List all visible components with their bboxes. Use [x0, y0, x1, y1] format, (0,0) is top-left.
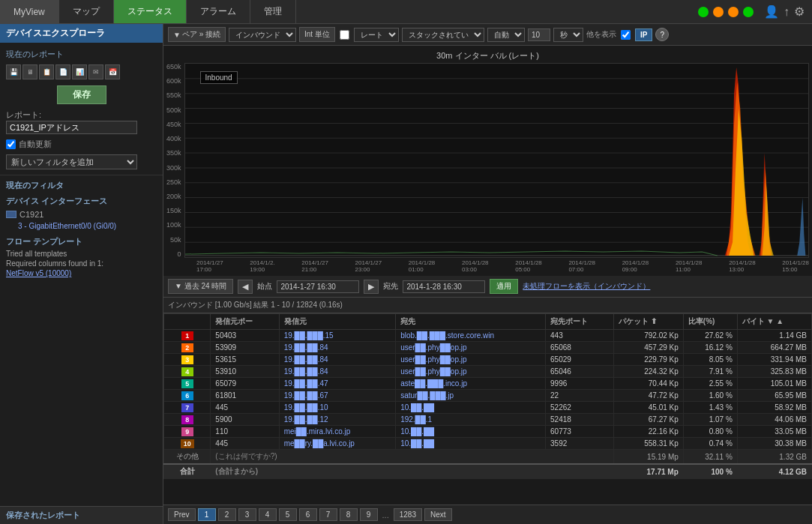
col-dst[interactable]: 宛先	[396, 314, 546, 330]
pagination: Prev 1 2 3 4 5 6 7 8 9 ... 1283 Next	[163, 505, 812, 524]
value-input[interactable]	[528, 28, 550, 41]
row-packets: 67.27 Kp	[614, 414, 683, 426]
device-item: C1921	[0, 208, 163, 220]
time-range-bar: ▼ 過去 24 時間 ◀ 始点 ▶ 宛先 適用 未処理フローを表示（インバウンド…	[163, 276, 812, 298]
report-input[interactable]	[6, 121, 137, 134]
page-2-button[interactable]: 2	[218, 508, 236, 521]
row-ratio: 1.07 %	[683, 414, 737, 426]
page-5-button[interactable]: 5	[279, 508, 297, 521]
unit-btn[interactable]: Int 単位	[299, 27, 335, 42]
icon-btn-5[interactable]: 📊	[72, 64, 87, 79]
col-src-port[interactable]: 発信元ポー	[211, 314, 279, 330]
icon-btn-2[interactable]: 🖥	[22, 64, 37, 79]
status-dot-2	[713, 7, 724, 17]
row-src-port: 445	[211, 402, 279, 414]
icon-btn-7[interactable]: 📅	[105, 64, 120, 79]
row-dst: user██.phy██op.jp	[396, 342, 546, 354]
table-row: 1 50403 19.██.███.15 blob.██.███.store.c…	[164, 330, 812, 342]
current-report-section: 現在のレポート 💾 🖥 📋 📄 📊 ✉ 📅 保存 レポート:	[0, 43, 163, 175]
col-packets[interactable]: パケット ⬆	[614, 314, 683, 330]
save-button[interactable]: 保存	[57, 85, 106, 104]
pair-connection-btn[interactable]: ▼ ペア » 接続	[168, 27, 226, 42]
stacked-select[interactable]: スタックされています。	[402, 28, 484, 42]
col-ratio[interactable]: 比率(%)	[683, 314, 737, 330]
page-6-button[interactable]: 6	[299, 508, 317, 521]
row-packets: 558.31 Kp	[614, 438, 683, 450]
device-name: C1921	[19, 210, 43, 219]
direction-select[interactable]: インバウンド	[229, 28, 296, 42]
col-dst-port[interactable]: 宛先ポート	[546, 314, 614, 330]
auto-update-checkbox[interactable]	[6, 139, 16, 149]
page-1-button[interactable]: 1	[198, 508, 216, 521]
unprocessed-link[interactable]: 未処理フローを表示（インバウンド）	[523, 281, 650, 292]
saved-reports-link[interactable]: 保存されたレポート	[0, 506, 163, 524]
unit-checkbox[interactable]	[340, 30, 349, 40]
past-24h-button[interactable]: ▼ 過去 24 時間	[168, 279, 233, 294]
from-label: 始点	[257, 281, 272, 292]
top-nav: MyView マップ ステータス アラーム 管理 👤 ↑ ⚙	[0, 0, 812, 24]
device-sub[interactable]: 3 - GigabitEthernet0/0 (Gi0/0)	[0, 220, 163, 232]
from-input[interactable]	[277, 280, 359, 293]
svg-marker-19	[793, 198, 808, 256]
report-row: レポート:	[6, 107, 157, 136]
page-last-button[interactable]: 1283	[394, 508, 422, 521]
page-3-button[interactable]: 3	[238, 508, 256, 521]
next-button[interactable]: Next	[424, 508, 452, 521]
icon-btn-3[interactable]: 📋	[39, 64, 54, 79]
table-row: 3 53615 19.██.██.84 user██.phy██op.jp 65…	[164, 354, 812, 366]
tab-manage[interactable]: 管理	[250, 0, 296, 23]
row-dst-port: 65029	[546, 354, 614, 366]
icon-btn-6[interactable]: ✉	[88, 64, 103, 79]
row-num-cell: 8	[164, 414, 211, 426]
col-bytes[interactable]: バイト ▼ ▲	[737, 314, 811, 330]
page-9-button[interactable]: 9	[360, 508, 378, 521]
ip-button[interactable]: IP	[635, 28, 652, 41]
row-num-cell: 3	[164, 354, 211, 366]
row-src: 19.██.██.12	[279, 414, 396, 426]
icon-btn-1[interactable]: 💾	[6, 64, 21, 79]
summary-row: その他 (これは何ですか?) 15.19 Mp 32.11 % 1.32 GB	[164, 450, 812, 465]
other-checkbox[interactable]	[621, 30, 631, 40]
row-src-port: 53909	[211, 342, 279, 354]
user-icon: 👤	[764, 4, 779, 19]
new-filter-dropdown[interactable]: 新しいフィルタを追加	[6, 154, 137, 169]
row-num-cell: 10	[164, 438, 211, 450]
tab-map[interactable]: マップ	[59, 0, 114, 23]
row-bytes: 33.05 MB	[737, 426, 811, 438]
chart-y-axis: 650k 600k 550k 500k 450k 400k 350k 300k …	[166, 63, 184, 258]
table-row: 2 53909 19.██.██.84 user██.phy██op.jp 65…	[164, 342, 812, 354]
row-bytes: 30.38 MB	[737, 438, 811, 450]
rate-select[interactable]: レート	[354, 28, 399, 42]
row-num-cell: 4	[164, 366, 211, 378]
row-src: 19.██.██.47	[279, 378, 396, 390]
tab-alarm[interactable]: アラーム	[187, 0, 250, 23]
row-ratio: 0.74 %	[683, 438, 737, 450]
row-src-port: 65079	[211, 378, 279, 390]
help-button[interactable]: ?	[655, 28, 669, 41]
icon-btn-4[interactable]: 📄	[55, 64, 70, 79]
time-prev-button[interactable]: ◀	[238, 280, 253, 294]
page-7-button[interactable]: 7	[319, 508, 337, 521]
row-dst-port: 52418	[546, 414, 614, 426]
flow-link[interactable]: NetFlow v5 (10000)	[0, 268, 163, 278]
prev-button[interactable]: Prev	[168, 508, 196, 521]
to-input[interactable]	[403, 280, 485, 293]
page-4-button[interactable]: 4	[259, 508, 277, 521]
apply-button[interactable]: 適用	[490, 279, 518, 294]
chart-container: 30m インター バル (レート) 650k 600k 550k 500k 45…	[163, 46, 812, 276]
time-next-button[interactable]: ▶	[364, 280, 379, 294]
results-bar: インバウンド [1.00 Gb/s] 結果 1 - 10 / 12824 (0.…	[163, 298, 812, 313]
sec-select[interactable]: 秒	[553, 28, 583, 42]
row-dst-port: 65068	[546, 342, 614, 354]
row-src: 19.██.███.15	[279, 330, 396, 342]
data-table: 発信元ポー 発信元 宛先 宛先ポート パケット ⬆ 比率(%) バイト ▼ ▲ …	[163, 313, 812, 479]
tab-myview[interactable]: MyView	[0, 0, 59, 23]
row-ratio: 7.91 %	[683, 366, 737, 378]
row-packets: 229.79 Kp	[614, 354, 683, 366]
sidebar: デバイスエクスプローラ 現在のレポート 💾 🖥 📋 📄 📊 ✉ 📅 保存 レポー…	[0, 24, 163, 524]
settings-icon: ⚙	[794, 4, 805, 19]
auto-select[interactable]: 自動	[487, 28, 525, 42]
page-8-button[interactable]: 8	[340, 508, 358, 521]
col-src[interactable]: 発信元	[279, 314, 396, 330]
tab-status[interactable]: ステータス	[114, 0, 187, 23]
